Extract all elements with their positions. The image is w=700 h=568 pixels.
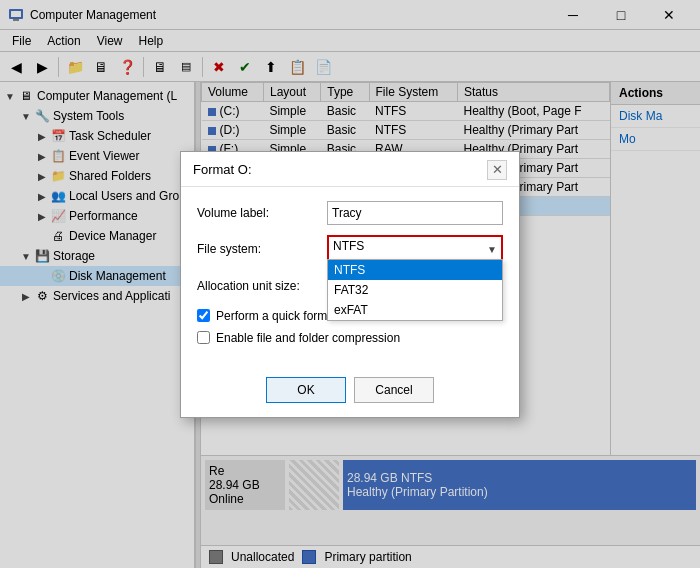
- volume-label-text: Volume label:: [197, 206, 327, 220]
- volume-label-row: Volume label:: [197, 201, 503, 225]
- fs-row: File system: NTFS ▼ NTFS FAT32 exFAT: [197, 235, 503, 263]
- option-fat32[interactable]: FAT32: [328, 280, 502, 300]
- fs-dropdown-list: NTFS FAT32 exFAT: [327, 259, 503, 321]
- quick-format-label[interactable]: Perform a quick format: [216, 309, 337, 323]
- modal-overlay: Format O: ✕ Volume label: File system: N…: [0, 0, 700, 568]
- modal-title-bar: Format O: ✕: [181, 152, 519, 187]
- modal-close-button[interactable]: ✕: [487, 160, 507, 180]
- option-ntfs[interactable]: NTFS: [328, 260, 502, 280]
- ok-button[interactable]: OK: [266, 377, 346, 403]
- compression-checkbox[interactable]: [197, 331, 210, 344]
- modal-footer: OK Cancel: [181, 367, 519, 417]
- volume-label-input[interactable]: [327, 201, 503, 225]
- option-exfat[interactable]: exFAT: [328, 300, 502, 320]
- compression-label[interactable]: Enable file and folder compression: [216, 331, 400, 345]
- modal-title: Format O:: [193, 162, 252, 177]
- compression-row: Enable file and folder compression: [197, 331, 503, 345]
- quick-format-checkbox[interactable]: [197, 309, 210, 322]
- fs-dropdown-display[interactable]: NTFS: [329, 237, 501, 261]
- fs-dropdown-wrapper: NTFS ▼ NTFS FAT32 exFAT: [327, 235, 503, 263]
- alloc-label-text: Allocation unit size:: [197, 279, 327, 293]
- format-dialog: Format O: ✕ Volume label: File system: N…: [180, 151, 520, 418]
- cancel-button[interactable]: Cancel: [354, 377, 434, 403]
- modal-body: Volume label: File system: NTFS ▼ NTFS F…: [181, 187, 519, 367]
- fs-label-text: File system:: [197, 242, 327, 256]
